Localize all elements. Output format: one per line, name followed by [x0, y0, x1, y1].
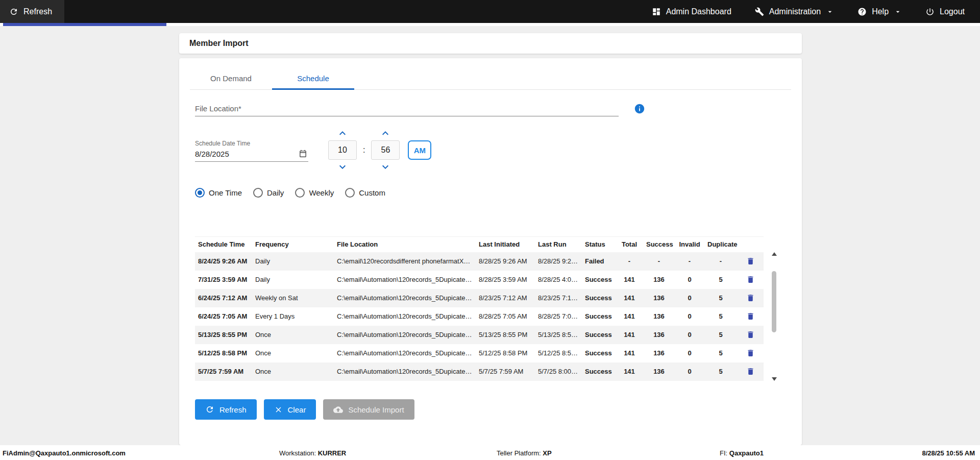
delete-schedule-button[interactable] — [744, 329, 756, 341]
cell-frequency: Once — [252, 326, 334, 344]
admin-dashboard-label: Admin Dashboard — [666, 7, 731, 16]
schedule-import-button-label: Schedule Import — [348, 405, 404, 414]
scroll-up-button[interactable] — [772, 252, 777, 256]
clear-button[interactable]: Clear — [264, 399, 316, 420]
cell-file-location: C:\email\Automation\120records_5Dupicate… — [334, 307, 476, 326]
trash-icon — [746, 294, 755, 302]
help-label: Help — [872, 7, 889, 16]
schedule-date-field[interactable]: Schedule Date Time 8/28/2025 — [195, 140, 308, 162]
cell-last-initiated: 5/12/25 8:58 PM — [476, 344, 535, 362]
close-icon — [274, 405, 283, 414]
trash-icon — [746, 312, 755, 321]
minute-decrement-button[interactable] — [379, 163, 392, 171]
cell-duplicate: 5 — [704, 362, 737, 381]
cell-frequency: Daily — [252, 271, 334, 289]
member-import-card: On Demand Schedule File Location* Schedu… — [179, 58, 802, 445]
cell-last-initiated: 8/28/25 3:59 AM — [476, 271, 535, 289]
radio-icon — [195, 188, 205, 198]
delete-schedule-button[interactable] — [744, 255, 756, 268]
cell-last-initiated: 8/28/25 9:26 AM — [476, 252, 535, 271]
radio-icon — [295, 188, 305, 198]
delete-schedule-button[interactable] — [744, 292, 756, 304]
refresh-button[interactable]: Refresh — [195, 399, 257, 420]
cell-invalid: 0 — [675, 289, 704, 307]
file-location-input[interactable]: File Location* — [195, 101, 619, 116]
cell-invalid: 0 — [675, 344, 704, 362]
cell-status: Success — [582, 289, 616, 307]
page-title-card: Member Import — [179, 33, 802, 54]
delete-schedule-button[interactable] — [744, 310, 756, 323]
delete-schedule-button[interactable] — [744, 347, 756, 359]
topbar-refresh-button[interactable]: Refresh — [0, 0, 64, 23]
teller-platform-value: XP — [543, 449, 551, 456]
administration-menu[interactable]: Administration — [755, 7, 834, 16]
admin-dashboard-button[interactable]: Admin Dashboard — [652, 7, 731, 16]
cell-success: 136 — [643, 289, 675, 307]
scrollbar-thumb[interactable] — [772, 271, 776, 332]
cell-last-run: 5/13/25 8:56 PM — [535, 326, 582, 344]
radio-icon — [253, 188, 263, 198]
cell-success: 136 — [643, 344, 675, 362]
cell-status: Success — [582, 271, 616, 289]
hour-increment-button[interactable] — [336, 129, 349, 137]
cell-total: 141 — [616, 289, 643, 307]
delete-schedule-button[interactable] — [744, 366, 756, 378]
tab-on-demand[interactable]: On Demand — [190, 67, 272, 89]
recurrence-option[interactable]: Custom — [345, 188, 385, 198]
cell-last-run: 8/28/25 9:26 AM — [535, 252, 582, 271]
cloud-upload-icon — [333, 405, 343, 415]
cell-success: 136 — [643, 326, 675, 344]
recurrence-option[interactable]: Daily — [253, 188, 284, 198]
cell-duplicate: 5 — [704, 326, 737, 344]
cell-total: 141 — [616, 344, 643, 362]
row-actions — [737, 362, 764, 381]
row-actions — [737, 344, 764, 362]
time-picker: 10 : 56 AM — [328, 129, 431, 171]
scrollbar-track[interactable] — [771, 258, 778, 375]
cell-invalid: 0 — [675, 271, 704, 289]
dashboard-icon — [652, 7, 661, 16]
cell-last-run: 8/28/25 7:06 AM — [535, 307, 582, 326]
trash-icon — [746, 275, 755, 284]
minute-input[interactable]: 56 — [371, 140, 400, 160]
info-button[interactable] — [634, 103, 645, 114]
cell-invalid: 0 — [675, 326, 704, 344]
cell-invalid: - — [675, 252, 704, 271]
cell-status: Success — [582, 326, 616, 344]
meridiem-toggle-button[interactable]: AM — [408, 140, 431, 160]
cell-file-location: C:\email\Automation\120records_5Dupicate… — [334, 344, 476, 362]
table-scrollbar[interactable] — [771, 252, 778, 381]
cell-schedule-time: 7/31/25 3:59 AM — [195, 271, 252, 289]
cell-file-location: C:\email\Automation\120records_5Dupicate… — [334, 271, 476, 289]
wrench-icon — [755, 7, 764, 16]
delete-schedule-button[interactable] — [744, 274, 756, 286]
help-menu[interactable]: Help — [857, 7, 902, 16]
cell-last-initiated: 8/28/25 7:05 AM — [476, 307, 535, 326]
scroll-down-button[interactable] — [772, 377, 777, 381]
cell-last-initiated: 5/13/25 8:55 PM — [476, 326, 535, 344]
schedule-import-button[interactable]: Schedule Import — [323, 399, 414, 420]
cell-status: Success — [582, 344, 616, 362]
cell-status: Success — [582, 362, 616, 381]
cell-file-location: C:\email\Automation\120records_5Dupicate… — [334, 362, 476, 381]
col-header-last-initiated: Last Initiated — [476, 237, 535, 252]
table-row: 6/24/25 7:05 AMEvery 1 DaysC:\email\Auto… — [195, 307, 764, 326]
calendar-icon[interactable] — [299, 150, 307, 158]
recurrence-radio-group: One Time Daily Weekly Custom — [195, 188, 385, 198]
col-header-total: Total — [616, 237, 643, 252]
minute-increment-button[interactable] — [379, 129, 392, 137]
cell-invalid: 0 — [675, 307, 704, 326]
hour-input[interactable]: 10 — [328, 140, 357, 160]
power-icon — [925, 7, 935, 16]
cell-total: 141 — [616, 326, 643, 344]
hour-decrement-button[interactable] — [336, 163, 349, 171]
cell-schedule-time: 5/12/25 8:58 PM — [195, 344, 252, 362]
tab-schedule[interactable]: Schedule — [272, 67, 354, 89]
cell-status: Failed — [582, 252, 616, 271]
recurrence-option[interactable]: Weekly — [295, 188, 334, 198]
cell-frequency: Once — [252, 344, 334, 362]
progress-strip — [0, 23, 980, 26]
recurrence-option[interactable]: One Time — [195, 188, 242, 198]
chevron-down-icon — [336, 161, 349, 173]
logout-button[interactable]: Logout — [925, 7, 965, 16]
